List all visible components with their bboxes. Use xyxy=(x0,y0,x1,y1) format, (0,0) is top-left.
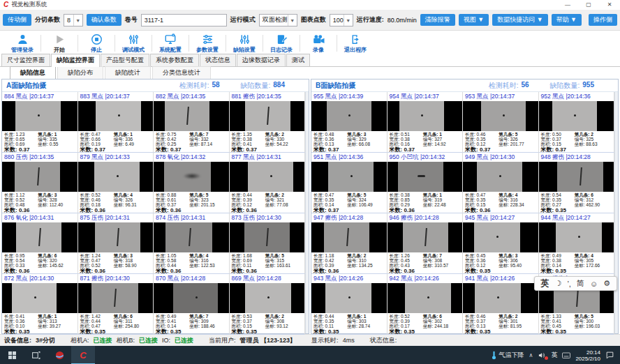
admin-login-button[interactable]: 管理登录 xyxy=(4,31,40,56)
defect-cell[interactable]: 876 氧化 |20:14:31 长度: 0.95 宽度: 0.54 面积: 0… xyxy=(2,213,78,274)
record-video-button[interactable]: 录像 xyxy=(300,31,337,56)
main-tab-3[interactable]: 系统参数配置 xyxy=(150,54,199,66)
defect-image[interactable] xyxy=(463,283,538,313)
defect-image[interactable] xyxy=(388,101,463,131)
defect-image[interactable] xyxy=(463,162,538,192)
taskbar-app-1[interactable] xyxy=(47,346,71,364)
defect-image[interactable] xyxy=(388,283,463,313)
main-tab-1[interactable]: 缺陷监控界面 xyxy=(51,54,100,67)
defect-cell[interactable]: 946 擦伤 |20:14:28 长度: 1.26 宽度: 0.45 面积: 0… xyxy=(388,213,464,274)
defect-cell[interactable]: 880 压伤 |20:14:35 长度: 1.12 宽度: 0.52 面积: 0… xyxy=(2,153,78,213)
defect-image[interactable] xyxy=(2,283,78,313)
main-tab-4[interactable]: 状态信息 xyxy=(200,54,236,66)
defect-image[interactable] xyxy=(230,222,305,252)
operator-side-button[interactable]: 操作侧 xyxy=(589,14,617,26)
data-access-menu-button[interactable]: 数据快捷访问 ▼ xyxy=(492,14,547,26)
action-center-icon[interactable] xyxy=(605,351,614,360)
defect-cell[interactable]: 871 擦伤 |20:14:30 长度: 1.42 宽度: 0.44 面积: 0… xyxy=(78,274,154,335)
defect-image[interactable] xyxy=(154,222,229,252)
defect-image[interactable] xyxy=(539,162,614,192)
close-button[interactable]: ✕ xyxy=(599,0,620,10)
defect-cell[interactable]: 883 黑点 |20:14:37 长度: 0.47 宽度: 0.66 面积: 0… xyxy=(78,92,154,153)
defect-cell[interactable]: 952 黑点 |20:14:36 长度: 0.50 宽度: 0.37 面积: 0… xyxy=(539,92,615,153)
defect-cell[interactable]: 872 黑点 |20:14:30 长度: 0.41 宽度: 0.36 面积: 0… xyxy=(2,274,78,335)
sub-tab-3[interactable]: 分类信息统计 xyxy=(152,66,211,79)
sub-tab-1[interactable]: 缺陷分布 xyxy=(57,66,103,79)
maximize-button[interactable]: ▢ xyxy=(578,0,599,10)
drive-side-button[interactable]: 传动侧 xyxy=(3,14,31,26)
defect-cell[interactable]: 945 黑点 |20:14:27 长度: 0.45 宽度: 0.36 面积: 0… xyxy=(463,213,539,274)
start-button[interactable] xyxy=(0,346,24,364)
defect-image[interactable] xyxy=(539,222,614,252)
defect-image[interactable] xyxy=(2,222,78,252)
defect-cell[interactable]: 884 黑点 |20:14:37 长度: 1.23 宽度: 0.65 面积: 0… xyxy=(2,92,78,153)
volume-button[interactable] xyxy=(538,351,546,359)
main-tab-2[interactable]: 产品型号配置 xyxy=(101,54,149,66)
defect-cell[interactable]: 954 黑点 |20:14:37 长度: 0.51 宽度: 0.38 面积: 0… xyxy=(388,92,464,153)
language-indicator[interactable]: 英 xyxy=(551,351,557,360)
defect-cell[interactable]: 877 黑点 |20:14:31 长度: 0.44 宽度: 0.39 面积: 0… xyxy=(230,153,306,213)
start-button[interactable]: 开始 xyxy=(41,31,78,56)
ime-settings-gear-icon[interactable]: ⚙ xyxy=(603,279,610,288)
defect-cell[interactable]: 943 黑点 |20:14:26 长度: 0.44 宽度: 0.35 面积: 0… xyxy=(311,274,388,335)
roll-number-input[interactable] xyxy=(141,14,227,26)
defect-image[interactable] xyxy=(311,283,387,313)
defect-cell[interactable]: 950 小凹坑 |20:14:32 长度: 0.38 宽度: 0.85 面积: … xyxy=(388,153,464,213)
view-menu-button[interactable]: 视图 ▼ xyxy=(459,14,489,26)
panel-scrollbar[interactable] xyxy=(614,92,618,333)
system-config-button[interactable]: 系统配置 xyxy=(152,31,189,56)
sub-tab-0[interactable]: 缺陷信息 xyxy=(10,66,56,79)
minimize-button[interactable]: — xyxy=(557,0,578,10)
ime-emoji-button[interactable]: ☺ xyxy=(590,280,598,288)
defect-image[interactable] xyxy=(311,101,387,131)
log-record-button[interactable]: 日志记录 xyxy=(263,31,300,56)
panel-scrollbar[interactable] xyxy=(305,92,309,333)
defect-image[interactable] xyxy=(78,222,154,252)
defect-cell[interactable]: 881 擦伤 |20:14:35 长度: 1.35 宽度: 0.38 面积: 0… xyxy=(230,92,306,153)
debug-mode-button[interactable]: 调试模式 xyxy=(115,31,152,56)
ime-halfwidth-toggle[interactable]: ☽ xyxy=(555,279,562,288)
defect-cell[interactable]: 941 黑点 |20:14:26 长度: 0.46 宽度: 0.37 面积: 0… xyxy=(463,274,539,335)
defect-image[interactable] xyxy=(78,162,154,192)
defect-cell[interactable]: 942 黑点 |20:14:26 长度: 0.52 宽度: 0.39 面积: 0… xyxy=(388,274,464,335)
defect-image[interactable] xyxy=(230,283,305,313)
defect-cell[interactable]: 869 黑点 |20:14:28 长度: 0.53 宽度: 0.37 面积: 0… xyxy=(230,274,306,335)
defect-image[interactable] xyxy=(78,283,154,313)
ime-punctuation-toggle[interactable]: ’, xyxy=(567,280,571,288)
defect-image[interactable] xyxy=(154,162,229,192)
slit-count-select[interactable]: 8 ▼ xyxy=(64,14,83,26)
ime-simplified-toggle[interactable]: 简 xyxy=(577,278,584,289)
defect-cell[interactable]: 949 黑点 |20:14:30 长度: 0.47 宽度: 0.35 面积: 0… xyxy=(463,153,539,213)
defect-cell[interactable]: 947 擦伤 |20:14:28 长度: 1.18 宽度: 0.42 面积: 0… xyxy=(311,213,388,274)
defect-cell[interactable]: 948 擦伤 |20:14:28 长度: 0.54 宽度: 0.35 面积: 0… xyxy=(539,153,615,213)
defect-cell[interactable]: 870 黑点 |20:14:28 长度: 0.49 宽度: 0.41 面积: 0… xyxy=(154,274,230,335)
defect-image[interactable] xyxy=(2,101,78,131)
main-tab-5[interactable]: 边缘数据记录 xyxy=(237,54,286,66)
defect-image[interactable] xyxy=(463,222,538,252)
main-tab-0[interactable]: 尺寸监控界面 xyxy=(1,54,50,66)
defect-cell[interactable]: 882 黑点 |20:14:35 长度: 0.75 宽度: 0.42 面积: 0… xyxy=(154,92,230,153)
weather-widget[interactable]: 气温下降 xyxy=(491,351,524,360)
defect-image[interactable] xyxy=(154,101,229,131)
defect-image[interactable] xyxy=(78,101,154,131)
run-mode-select[interactable]: 双面检测 ▼ xyxy=(259,14,297,26)
help-menu-button[interactable]: 帮助 ▼ xyxy=(552,14,582,26)
defect-cell[interactable]: 955 黑点 |20:14:39 长度: 0.48 宽度: 0.36 面积: 0… xyxy=(311,92,388,153)
task-view-button[interactable] xyxy=(24,346,47,364)
defect-cell[interactable]: 951 黑点 |20:14:36 长度: 0.47 宽度: 0.35 面积: 0… xyxy=(311,153,388,213)
defect-image[interactable] xyxy=(2,162,78,192)
defect-cell[interactable]: 953 黑点 |20:14:37 长度: 0.46 宽度: 0.35 面积: 0… xyxy=(463,92,539,153)
defect-image[interactable] xyxy=(388,222,463,252)
ime-language-toggle[interactable]: 英 xyxy=(541,278,549,289)
chart-points-select[interactable]: 100 ▼ xyxy=(330,14,353,26)
defect-cell[interactable]: 874 压伤 |20:14:31 长度: 1.05 宽度: 0.58 面积: 0… xyxy=(154,213,230,274)
defect-image[interactable] xyxy=(463,101,538,131)
defect-cell[interactable]: 878 氧化 |20:14:32 长度: 0.88 宽度: 0.61 面积: 0… xyxy=(154,153,230,213)
defect-cell[interactable]: 873 压伤 |20:14:30 长度: 1.68 宽度: 0.69 面积: 0… xyxy=(230,213,306,274)
param-settings-button[interactable]: 参数设置 xyxy=(189,31,226,56)
defect-cell[interactable]: 875 压伤 |20:14:31 长度: 1.24 宽度: 0.47 面积: 0… xyxy=(78,213,154,274)
clear-alarm-button[interactable]: 清除报警 xyxy=(420,14,455,26)
defect-image[interactable] xyxy=(154,283,229,313)
confirm-count-button[interactable]: 确认条数 xyxy=(87,14,121,26)
defect-cell[interactable]: 944 黑点 |20:14:27 长度: 0.49 宽度: 0.38 面积: 0… xyxy=(539,213,615,274)
